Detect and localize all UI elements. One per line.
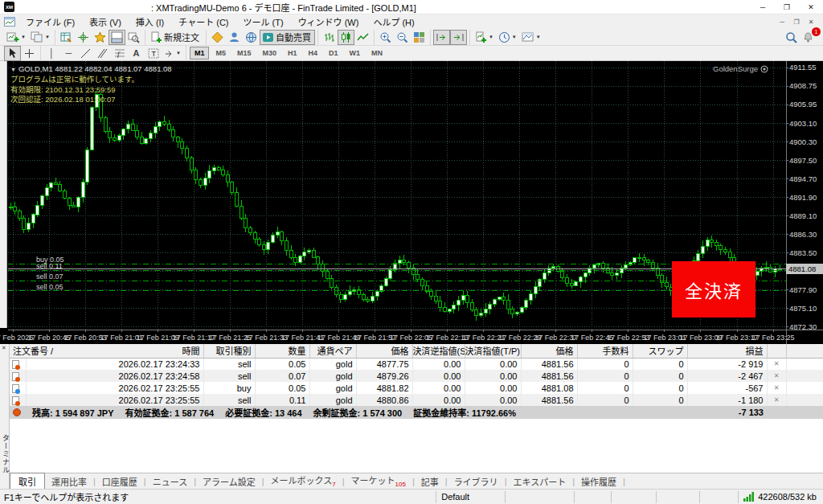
notifications-button[interactable]: 1 (800, 30, 817, 45)
menu-item-1[interactable]: 表示 (V) (82, 18, 129, 27)
bar-chart-button[interactable] (321, 30, 338, 45)
new-chart-button[interactable]: ▼ (4, 30, 28, 45)
timeframe-m1-button[interactable]: M1 (190, 47, 210, 59)
horizontal-line-tool-button[interactable]: ─ (60, 46, 77, 61)
chart-window-icon (4, 17, 15, 27)
new-order-button[interactable]: 新規注文 (148, 30, 203, 45)
mdi-close-button[interactable]: ✕ (804, 18, 818, 26)
close-all-positions-button[interactable]: 全決済 (672, 261, 755, 318)
tab-2[interactable]: 口座履歴 (96, 473, 144, 490)
timeframe-m15-button[interactable]: M15 (232, 47, 256, 59)
tab-7[interactable]: 記事 (415, 473, 445, 490)
order-row-3[interactable]: 2026.02.17 23:25:55sell0.11gold4880.860.… (10, 394, 823, 406)
navigator-button[interactable] (92, 30, 109, 45)
column-header-3[interactable]: 数量 (255, 344, 309, 358)
line-chart-button[interactable] (354, 30, 371, 45)
strategy-tester-button[interactable] (125, 30, 142, 45)
sell-order-icon (12, 372, 19, 381)
mdi-minimize-button[interactable]: ─ (775, 18, 789, 26)
tab-5[interactable]: メールボックス7 (264, 472, 342, 490)
candlestick-chart-button[interactable] (338, 30, 354, 45)
menu-item-2[interactable]: 挿入 (I) (129, 18, 171, 27)
timeframe-w1-button[interactable]: W1 (345, 47, 366, 59)
column-header-6[interactable]: 決済逆指値(S/L) (412, 344, 465, 358)
text-tool-button[interactable]: A (128, 46, 145, 61)
community-button[interactable] (226, 30, 243, 45)
close-position-button[interactable]: ✕ (767, 382, 786, 394)
close-position-button[interactable]: ✕ (767, 370, 786, 382)
timeframe-h4-button[interactable]: H4 (304, 47, 323, 59)
terminal-panel-button[interactable] (109, 30, 125, 45)
label-tool-button[interactable]: T (145, 46, 162, 61)
tab-9[interactable]: エキスパート (506, 473, 572, 490)
column-header-2[interactable]: 取引種別 (203, 344, 255, 358)
indicators-button[interactable]: ▼ (473, 30, 496, 45)
vertical-line-tool-button[interactable]: │ (43, 46, 60, 61)
column-header-4[interactable]: 通貨ペア (309, 344, 356, 358)
timeframe-m5-button[interactable]: M5 (211, 47, 231, 59)
data-window-button[interactable] (75, 30, 92, 45)
auto-scroll-button[interactable] (433, 30, 450, 45)
mql5-button[interactable] (243, 30, 260, 45)
navigator-star-icon (94, 31, 106, 43)
close-position-button[interactable]: ✕ (767, 394, 786, 406)
shapes-tool-button[interactable]: ▼ (162, 46, 183, 61)
order-row-0[interactable]: 2026.02.17 23:24:33sell0.05gold4877.750.… (10, 358, 823, 370)
ea-status-line: プログラムは正常に動作しています。 (10, 75, 139, 85)
trendline-tool-button[interactable] (77, 46, 94, 61)
cursor-tool-button[interactable] (4, 46, 21, 61)
zoom-in-button[interactable] (377, 30, 394, 45)
fibonacci-tool-button[interactable]: f (111, 46, 128, 61)
profiles-button[interactable]: ▼ (28, 30, 52, 45)
timeframe-m30-button[interactable]: M30 (258, 47, 282, 59)
status-profile[interactable]: Default (436, 491, 505, 503)
crosshair-tool-button[interactable] (21, 46, 38, 61)
tab-0[interactable]: 取引 (10, 473, 45, 490)
terminal-close-button[interactable]: ✕ (2, 345, 6, 351)
order-row-1[interactable]: 2026.02.17 23:24:58sell0.07gold4879.260.… (10, 370, 823, 382)
tab-1[interactable]: 運用比率 (45, 473, 93, 490)
column-header-8[interactable]: 価格 (521, 344, 577, 358)
zoom-out-button[interactable] (394, 30, 411, 45)
column-header-9[interactable]: 手数料 (577, 344, 633, 358)
menu-item-3[interactable]: チャート (C) (171, 18, 235, 27)
tile-windows-button[interactable] (411, 30, 428, 45)
column-header-5[interactable]: 価格 (356, 344, 412, 358)
tab-10[interactable]: 操作履歴 (575, 473, 623, 490)
menu-item-6[interactable]: ヘルプ (H) (366, 18, 421, 27)
chart-symbol-header[interactable]: ▼GOLD,M1 4881.22 4882.04 4881.07 4881.08 (10, 64, 172, 73)
search-button[interactable] (783, 30, 800, 45)
column-header-time[interactable]: 時間 (182, 344, 200, 357)
tab-8[interactable]: ライブラリ (448, 473, 505, 490)
tab-3[interactable]: ニュース (146, 473, 194, 490)
tab-6[interactable]: マーケット105 (345, 472, 412, 490)
close-position-button[interactable]: ✕ (767, 358, 786, 370)
mdi-restore-button[interactable]: ❐ (789, 18, 804, 26)
menu-item-0[interactable]: ファイル (F) (18, 18, 82, 27)
svg-text:17 Feb 23:25: 17 Feb 23:25 (752, 334, 795, 342)
close-button[interactable]: ✕ (799, 0, 823, 14)
column-header-10[interactable]: スワップ (633, 344, 687, 358)
menu-item-4[interactable]: ツール (T) (236, 18, 291, 27)
market-watch-button[interactable] (58, 30, 75, 45)
column-header-11[interactable]: 損益 (687, 344, 767, 358)
column-header-7[interactable]: 決済指値(T/P) (465, 344, 521, 358)
auto-trading-button[interactable]: 自動売買 (260, 30, 315, 45)
metaeditor-button[interactable] (209, 30, 226, 45)
channel-tool-button[interactable] (94, 46, 111, 61)
tab-4[interactable]: アラーム設定 (196, 473, 262, 490)
timeframe-mn-button[interactable]: MN (366, 47, 387, 59)
cell-commission: 0 (577, 394, 633, 406)
timeframe-d1-button[interactable]: D1 (324, 47, 343, 59)
column-header-order-number[interactable]: 注文番号 / (13, 344, 53, 357)
order-row-2[interactable]: 2026.02.17 23:25:55buy0.05gold4881.820.0… (10, 382, 823, 394)
maximize-button[interactable]: ❐ (775, 0, 799, 14)
strategy-tester-icon (128, 31, 140, 43)
menu-item-5[interactable]: ウィンドウ (W) (291, 18, 366, 27)
minimize-button[interactable]: ─ (751, 0, 775, 14)
timeframe-h1-button[interactable]: H1 (283, 47, 302, 59)
cell-swap: 0 (633, 382, 687, 394)
templates-button[interactable]: ▼ (519, 30, 543, 45)
chart-shift-button[interactable] (450, 30, 467, 45)
periods-button[interactable]: ▼ (496, 30, 519, 45)
